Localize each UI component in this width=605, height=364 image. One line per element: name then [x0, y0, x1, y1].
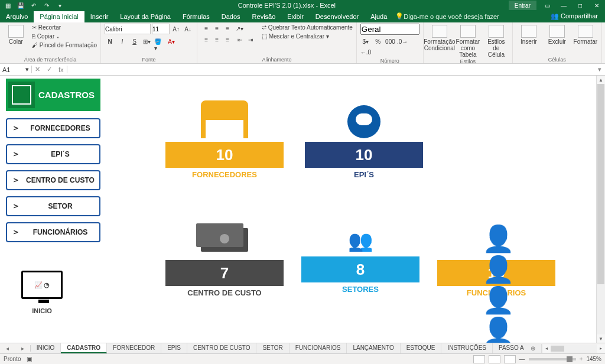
- font-size-combo[interactable]: [152, 24, 170, 34]
- tab-layout[interactable]: Layout da Página: [114, 11, 177, 22]
- sign-in-button[interactable]: Entrar: [509, 1, 536, 10]
- merge-center-button[interactable]: ⬚ Mesclar e Centralizar ▾: [262, 32, 353, 41]
- maximize-button[interactable]: □: [572, 0, 588, 11]
- tell-me-field[interactable]: 💡 Diga-me o que você deseja fazer: [393, 12, 503, 22]
- nav-centro-custo[interactable]: ＞CENTRO DE CUSTO: [6, 170, 100, 190]
- tab-review[interactable]: Revisão: [246, 11, 282, 22]
- font-color-button[interactable]: A▾: [166, 36, 177, 47]
- orientation-icon[interactable]: ↗▾: [235, 24, 245, 34]
- scroll-up-icon[interactable]: ▲: [597, 76, 605, 84]
- tab-data[interactable]: Dados: [216, 11, 246, 22]
- zoom-slider[interactable]: [529, 358, 576, 360]
- italic-button[interactable]: I: [117, 36, 128, 47]
- decrease-font-icon[interactable]: A↓: [183, 24, 193, 34]
- tab-insert[interactable]: Inserir: [84, 11, 115, 22]
- sheet-tab[interactable]: PASSO A PASSO: [493, 343, 525, 353]
- cut-button[interactable]: ✂ Recortar: [32, 24, 97, 32]
- zoom-in-button[interactable]: +: [580, 356, 583, 362]
- increase-decimal-icon[interactable]: .0→: [397, 36, 408, 47]
- paste-button[interactable]: Colar: [4, 24, 28, 45]
- sheet-tab[interactable]: INICIO: [31, 343, 61, 353]
- tab-help[interactable]: Ajuda: [365, 11, 393, 22]
- underline-button[interactable]: S: [129, 36, 140, 47]
- page-break-view-button[interactable]: [504, 355, 516, 363]
- align-middle-icon[interactable]: ≡: [212, 24, 222, 34]
- tab-nav-prev-icon[interactable]: ◂: [6, 345, 9, 352]
- expand-formula-bar-icon[interactable]: ▾: [594, 66, 605, 73]
- fill-color-button[interactable]: 🪣▾: [154, 40, 164, 50]
- zoom-level[interactable]: 145%: [586, 356, 601, 362]
- sheet-tab[interactable]: ESTOQUE: [401, 343, 442, 353]
- percent-icon[interactable]: %: [373, 36, 383, 47]
- redo-icon[interactable]: ↷: [41, 1, 52, 10]
- number-format-combo[interactable]: [360, 24, 419, 35]
- align-center-icon[interactable]: ≡: [212, 35, 222, 46]
- nav-setor[interactable]: ＞SETOR: [6, 196, 100, 216]
- scroll-down-icon[interactable]: ▼: [597, 334, 605, 343]
- sheet-tab[interactable]: FORNECEDOR: [107, 343, 161, 353]
- share-button[interactable]: 👥 Compartilhar: [547, 11, 605, 22]
- horizontal-scrollbar[interactable]: ◂ ▸: [542, 344, 605, 353]
- tab-formulas[interactable]: Fórmulas: [177, 11, 216, 22]
- thousands-icon[interactable]: 000: [385, 36, 395, 47]
- tab-developer[interactable]: Desenvolvedor: [310, 11, 365, 22]
- accept-formula-icon[interactable]: ✓: [47, 66, 52, 73]
- add-sheet-button[interactable]: ⊕: [525, 344, 542, 353]
- close-button[interactable]: ✕: [588, 0, 605, 11]
- format-as-table-button[interactable]: Formatar como Tabela: [456, 24, 480, 58]
- normal-view-button[interactable]: [473, 355, 485, 363]
- format-cells-button[interactable]: Formatar: [573, 24, 598, 45]
- sheet-tab[interactable]: CADASTRO: [61, 343, 107, 353]
- nav-fornecedores[interactable]: ＞FORNECEDORES: [6, 118, 100, 138]
- align-right-icon[interactable]: ≡: [222, 35, 233, 46]
- undo-icon[interactable]: ↶: [28, 1, 39, 10]
- fx-icon[interactable]: fx: [58, 66, 64, 73]
- scroll-right-icon[interactable]: ▸: [597, 344, 605, 353]
- sheet-tab[interactable]: CENTRO DE CUSTO: [187, 343, 257, 353]
- sheet-tab[interactable]: LANÇAMENTO: [347, 343, 400, 353]
- border-button[interactable]: ⊞▾: [141, 36, 152, 47]
- macro-record-icon[interactable]: ▣: [27, 356, 32, 362]
- format-painter-button[interactable]: 🖌 Pincel de Formatação: [32, 41, 97, 50]
- page-layout-view-button[interactable]: [489, 355, 500, 363]
- tab-nav-next-icon[interactable]: ▸: [21, 345, 24, 352]
- vertical-scrollbar[interactable]: ▲ ▼: [596, 76, 605, 343]
- insert-cells-button[interactable]: Inserir: [516, 24, 541, 45]
- sheet-tab[interactable]: INSTRUÇÕES: [441, 343, 493, 353]
- align-top-icon[interactable]: ≡: [201, 24, 212, 34]
- decrease-decimal-icon[interactable]: ←.0: [360, 47, 371, 57]
- increase-indent-icon[interactable]: ⇥: [245, 35, 256, 46]
- delete-cells-button[interactable]: Excluir: [545, 24, 570, 45]
- tab-view[interactable]: Exibir: [281, 11, 310, 22]
- cell-styles-button[interactable]: Estilos de Célula: [484, 24, 509, 58]
- ribbon-options-icon[interactable]: ▭: [539, 0, 555, 11]
- cancel-formula-icon[interactable]: ✕: [35, 66, 40, 73]
- conditional-formatting-button[interactable]: Formatação Condicional: [427, 24, 452, 51]
- decrease-indent-icon[interactable]: ⇤: [235, 35, 245, 46]
- name-box[interactable]: A1▾: [0, 66, 32, 73]
- scroll-left-icon[interactable]: ◂: [542, 344, 551, 353]
- currency-icon[interactable]: $▾: [360, 36, 371, 47]
- minimize-button[interactable]: —: [555, 0, 572, 11]
- copy-button[interactable]: ⎘ Copiar ▾: [32, 32, 97, 41]
- sheet-tab[interactable]: SETOR: [256, 343, 289, 353]
- scroll-thumb[interactable]: [551, 346, 564, 352]
- save-icon[interactable]: 💾: [15, 1, 26, 10]
- nav-epis[interactable]: ＞EPI´S: [6, 144, 100, 164]
- align-left-icon[interactable]: ≡: [201, 35, 212, 46]
- font-name-combo[interactable]: [105, 24, 151, 34]
- tab-file[interactable]: Arquivo: [0, 11, 34, 22]
- nav-inicio[interactable]: 📈◔ INICIO: [21, 271, 63, 314]
- increase-font-icon[interactable]: A↑: [171, 24, 181, 34]
- zoom-out-button[interactable]: —: [519, 356, 525, 362]
- bold-button[interactable]: N: [105, 36, 115, 47]
- tab-home[interactable]: Página Inicial: [34, 11, 84, 22]
- scroll-thumb[interactable]: [597, 84, 604, 284]
- nav-funcionarios[interactable]: ＞FUNCIONÁRIOS: [6, 222, 100, 242]
- align-bottom-icon[interactable]: ≡: [222, 24, 233, 34]
- qat-dropdown-icon[interactable]: ▾: [54, 1, 65, 10]
- wrap-text-button[interactable]: ⇌ Quebrar Texto Automaticamente: [262, 24, 353, 32]
- sheet-tab[interactable]: EPIS: [161, 343, 187, 353]
- sheet-tab[interactable]: FUNCIONARIOS: [290, 343, 347, 353]
- chevron-down-icon[interactable]: ▾: [25, 66, 29, 73]
